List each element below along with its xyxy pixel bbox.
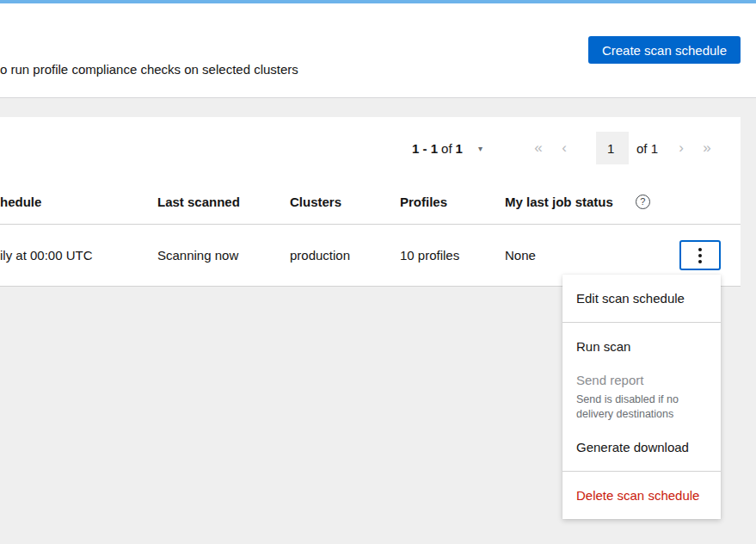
menu-group-actions: Run scan Send report Send is disabled if… bbox=[562, 323, 721, 471]
help-icon[interactable]: ? bbox=[636, 195, 650, 209]
column-header-schedule: hedule bbox=[0, 195, 157, 209]
page-of-total-label: of 1 bbox=[636, 141, 658, 156]
first-page-button[interactable]: « bbox=[526, 133, 551, 164]
row-actions-kebab-button[interactable] bbox=[679, 240, 721, 270]
previous-page-button[interactable]: ‹ bbox=[551, 133, 577, 164]
create-scan-schedule-button[interactable]: Create scan schedule bbox=[588, 36, 741, 64]
menu-group-edit: Edit scan schedule bbox=[562, 275, 721, 322]
cell-clusters: production bbox=[290, 248, 400, 263]
last-page-button[interactable]: » bbox=[694, 133, 720, 164]
current-page-input[interactable] bbox=[596, 132, 629, 164]
scan-schedules-card: 1 - 1 of 1 ▾ « ‹ of 1 › » hedule Last sc… bbox=[0, 117, 741, 287]
cell-schedule: ily at 00:00 UTC bbox=[0, 248, 157, 263]
column-header-profiles: Profiles bbox=[400, 195, 505, 209]
pagination-nav: « ‹ of 1 › » bbox=[526, 132, 720, 164]
page-header: o run profile compliance checks on selec… bbox=[0, 3, 756, 98]
column-header-my-last-job-status: My last job status ? bbox=[505, 195, 679, 209]
menu-item-delete-scan-schedule[interactable]: Delete scan schedule bbox=[562, 479, 721, 512]
menu-group-delete: Delete scan schedule bbox=[562, 472, 721, 519]
send-report-description: Send is disabled if no delivery destinat… bbox=[576, 393, 707, 422]
column-header-status-label: My last job status bbox=[505, 195, 613, 209]
kebab-icon bbox=[698, 248, 702, 263]
next-page-button[interactable]: › bbox=[668, 133, 694, 164]
cell-my-last-job-status: None bbox=[505, 248, 679, 263]
menu-item-send-report[interactable]: Send report Send is disabled if no deliv… bbox=[562, 363, 721, 430]
column-header-last-scanned: Last scanned bbox=[157, 195, 290, 209]
pagination-range: 1 - 1 bbox=[412, 141, 438, 156]
column-header-clusters: Clusters bbox=[290, 195, 400, 209]
row-actions-menu: Edit scan schedule Run scan Send report … bbox=[562, 275, 721, 519]
menu-item-generate-download[interactable]: Generate download bbox=[562, 430, 721, 464]
pagination-total: 1 bbox=[456, 141, 463, 156]
cell-last-scanned: Scanning now bbox=[157, 248, 290, 263]
cell-profiles: 10 profiles bbox=[400, 248, 505, 263]
cell-actions bbox=[679, 240, 741, 270]
page-description: o run profile compliance checks on selec… bbox=[0, 62, 298, 77]
table-header-row: hedule Last scanned Clusters Profiles My… bbox=[0, 179, 741, 225]
chevron-down-icon: ▾ bbox=[478, 144, 482, 153]
menu-item-run-scan[interactable]: Run scan bbox=[562, 330, 721, 363]
pagination-menu-toggle[interactable]: 1 - 1 of 1 ▾ bbox=[412, 141, 482, 156]
menu-item-edit-scan-schedule[interactable]: Edit scan schedule bbox=[562, 281, 721, 315]
menu-item-send-report-label: Send report bbox=[576, 372, 707, 388]
table-toolbar: 1 - 1 of 1 ▾ « ‹ of 1 › » bbox=[0, 117, 741, 179]
pagination-of-word: of bbox=[441, 141, 452, 156]
